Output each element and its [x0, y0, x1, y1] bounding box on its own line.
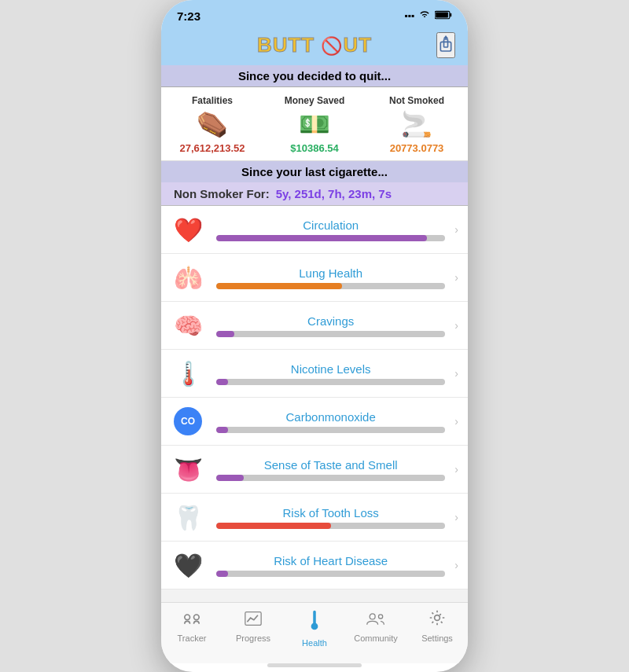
stat-fatalities: Fatalities ⚰️ 27,612,213.52 — [161, 92, 263, 160]
nav-item-health[interactable]: Health — [284, 609, 345, 648]
share-button[interactable] — [436, 32, 455, 58]
circulation-progress-fill — [216, 235, 427, 241]
cravings-progress-fill — [216, 331, 234, 337]
circulation-title: Circulation — [213, 218, 448, 232]
risk-heart-disease-chevron: › — [454, 559, 458, 571]
risk-tooth-loss-chevron: › — [454, 511, 458, 523]
nicotine-levels-progress-track — [216, 379, 445, 385]
cravings-icon-wrapper: 🧠 — [171, 308, 205, 343]
risk-tooth-loss-content: Risk of Tooth Loss — [213, 506, 448, 529]
money-icon: 💵 — [268, 109, 361, 139]
health-item-cravings[interactable]: 🧠 Cravings › — [161, 302, 468, 350]
nav-item-settings[interactable]: Settings — [406, 609, 468, 648]
svg-point-11 — [378, 615, 382, 619]
risk-tooth-loss-progress-fill — [216, 523, 331, 529]
svg-rect-3 — [444, 39, 448, 47]
cravings-icon: 🧠 — [174, 312, 203, 340]
svg-rect-1 — [450, 13, 451, 17]
circulation-icon-wrapper: ❤️ — [171, 212, 205, 247]
cravings-title: Cravings — [213, 314, 448, 328]
svg-rect-7 — [245, 612, 261, 626]
non-smoker-time: 5y, 251d, 7h, 23m, 7s — [276, 187, 392, 200]
stat-money-label: Money Saved — [268, 95, 361, 106]
nav-item-community[interactable]: Community — [345, 609, 406, 648]
wifi-icon — [418, 10, 431, 22]
health-nav-label: Health — [302, 638, 327, 648]
risk-heart-disease-progress-fill — [216, 571, 228, 577]
health-item-sense-taste-smell[interactable]: 👅 Sense of Taste and Smell › — [161, 446, 468, 494]
nicotine-levels-progress-fill — [216, 379, 228, 385]
circulation-icon: ❤️ — [174, 216, 203, 244]
risk-tooth-loss-title: Risk of Tooth Loss — [213, 506, 448, 520]
risk-heart-disease-progress-track — [216, 571, 445, 577]
risk-heart-disease-icon-wrapper: 🖤 — [171, 548, 205, 582]
risk-heart-disease-content: Risk of Heart Disease — [213, 554, 448, 577]
status-bar: 7:23 ▪▪▪ — [161, 0, 468, 28]
tracker-nav-icon — [182, 609, 201, 631]
non-smoker-label: Non Smoker For: — [174, 187, 270, 200]
fatalities-value: 27,612,213.52 — [166, 142, 259, 154]
no-smoking-icon: 🚫 — [321, 36, 343, 56]
battery-icon — [435, 10, 452, 22]
risk-tooth-loss-progress-track — [216, 523, 445, 529]
phone-frame: 7:23 ▪▪▪ BUTT 🚫UT — [161, 0, 468, 672]
health-item-nicotine-levels[interactable]: 🌡️ Nicotine Levels › — [161, 350, 468, 398]
carbonmonoxide-progress-fill — [216, 427, 228, 433]
risk-heart-disease-title: Risk of Heart Disease — [213, 554, 448, 567]
svg-rect-2 — [436, 12, 448, 17]
sense-taste-smell-icon: 👅 — [174, 456, 203, 483]
signal-icon: ▪▪▪ — [404, 10, 414, 21]
health-item-lung-health[interactable]: 🫁 Lung Health › — [161, 254, 468, 302]
non-smoker-row: Non Smoker For: 5y, 251d, 7h, 23m, 7s — [161, 182, 468, 206]
stat-money: Money Saved 💵 $10386.54 — [263, 92, 366, 160]
app-header: BUTT 🚫UT — [161, 28, 468, 65]
settings-nav-label: Settings — [421, 633, 453, 643]
not-smoked-value: 20773.0773 — [370, 142, 463, 154]
health-item-risk-heart-disease[interactable]: 🖤 Risk of Heart Disease › — [161, 542, 468, 589]
title-out: UT — [343, 33, 372, 57]
nicotine-levels-icon: 🌡️ — [174, 360, 203, 387]
health-nav-icon — [307, 609, 322, 636]
stats-row: Fatalities ⚰️ 27,612,213.52 Money Saved … — [161, 87, 468, 161]
community-nav-icon — [366, 609, 386, 631]
nav-item-progress[interactable]: Progress — [223, 609, 284, 648]
stat-not-smoked-label: Not Smoked — [370, 95, 463, 106]
sense-taste-smell-progress-fill — [216, 475, 244, 481]
nav-item-tracker[interactable]: Tracker — [161, 609, 223, 648]
risk-tooth-loss-icon-wrapper: 🦷 — [171, 500, 205, 534]
carbonmonoxide-chevron: › — [454, 415, 458, 428]
lung-health-icon: 🫁 — [174, 264, 203, 292]
cravings-content: Cravings — [213, 314, 448, 337]
nicotine-levels-content: Nicotine Levels — [213, 362, 448, 385]
svg-point-6 — [194, 615, 200, 620]
circulation-chevron: › — [454, 223, 458, 236]
lung-health-progress-fill — [216, 283, 342, 289]
since-banner: Since your last cigarette... — [161, 161, 468, 182]
health-item-risk-tooth-loss[interactable]: 🦷 Risk of Tooth Loss › — [161, 494, 468, 542]
sense-taste-smell-progress-track — [216, 475, 445, 481]
stats-banner: Since you decided to quit... — [161, 65, 468, 87]
community-nav-label: Community — [354, 633, 398, 643]
sense-taste-smell-title: Sense of Taste and Smell — [213, 458, 448, 472]
status-icons: ▪▪▪ — [404, 10, 452, 22]
progress-nav-icon — [245, 609, 262, 631]
nicotine-levels-icon-wrapper: 🌡️ — [171, 356, 205, 391]
health-item-circulation[interactable]: ❤️ Circulation › — [161, 206, 468, 254]
tracker-nav-label: Tracker — [178, 633, 207, 643]
svg-point-5 — [185, 615, 190, 620]
risk-heart-disease-icon: 🖤 — [174, 552, 203, 579]
carbonmonoxide-progress-track — [216, 427, 445, 433]
fatalities-icon: ⚰️ — [166, 109, 259, 139]
svg-point-12 — [435, 615, 440, 621]
health-list: ❤️ Circulation › 🫁 Lung Health › 🧠 Cravi… — [161, 206, 468, 602]
risk-tooth-loss-icon: 🦷 — [174, 504, 203, 531]
status-time: 7:23 — [177, 9, 200, 23]
lung-health-content: Lung Health — [213, 266, 448, 289]
carbonmonoxide-content: Carbonmonoxide — [213, 410, 448, 433]
health-item-carbonmonoxide[interactable]: CO Carbonmonoxide › — [161, 398, 468, 446]
circulation-content: Circulation — [213, 218, 448, 241]
settings-nav-icon — [429, 609, 446, 631]
co-icon: CO — [174, 407, 202, 435]
stat-fatalities-label: Fatalities — [166, 95, 259, 106]
sense-taste-smell-content: Sense of Taste and Smell — [213, 458, 448, 481]
